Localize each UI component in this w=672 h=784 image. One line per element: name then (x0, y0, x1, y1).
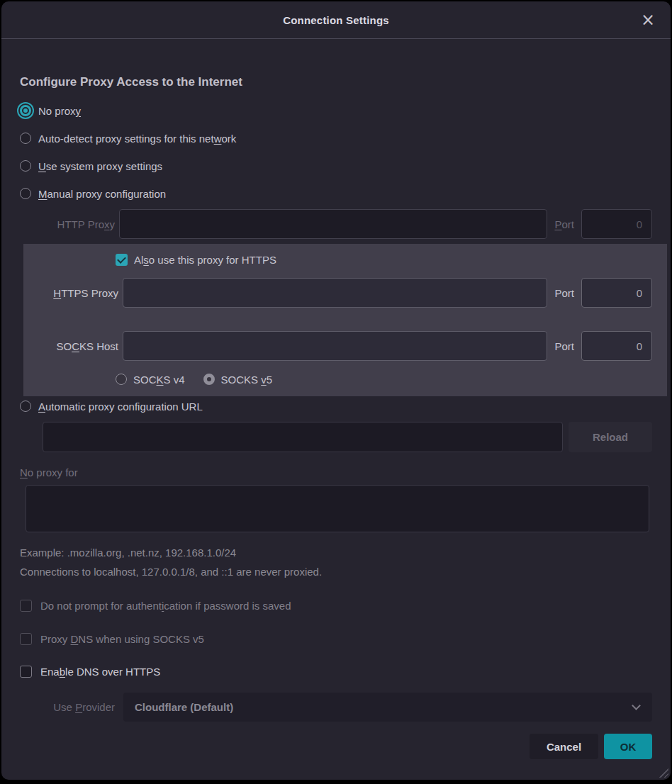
auto-url-row: Reload (43, 422, 652, 452)
chevron-down-icon (632, 701, 641, 710)
http-proxy-label: HTTP Proxy (20, 218, 115, 230)
socks-port-label: Port (554, 340, 574, 352)
also-https-checkbox-row[interactable]: Also use this proxy for HTTPS (116, 252, 652, 267)
manual-proxy-label: Manual proxy configuration (38, 188, 166, 200)
auto-url-input[interactable] (43, 422, 563, 452)
https-port-label: Port (554, 287, 574, 299)
http-proxy-row: HTTP Proxy Port (20, 209, 652, 239)
socks-v4-label: SOCKS v4 (133, 374, 185, 386)
https-proxy-input[interactable] (123, 278, 547, 308)
radio-option-socks-v4[interactable]: SOCKS v4 (116, 372, 185, 386)
checkbox-icon[interactable] (20, 633, 32, 645)
no-proxy-for-textarea[interactable] (26, 485, 649, 532)
localhost-note-text: Connections to localhost, 127.0.0.1/8, a… (20, 564, 652, 579)
http-port-label: Port (554, 218, 574, 230)
dialog-title: Connection Settings (283, 14, 389, 26)
auto-url-label: Automatic proxy configuration URL (38, 401, 203, 413)
http-port-input[interactable] (581, 209, 652, 239)
checkbox-option-no-prompt-auth[interactable]: Do not prompt for authentication if pass… (20, 598, 652, 612)
radio-option-system-proxy[interactable]: Use system proxy settings (20, 159, 652, 173)
radio-option-auto-url[interactable]: Automatic proxy configuration URL (20, 399, 652, 413)
radio-selected-icon[interactable] (203, 374, 215, 385)
auto-detect-label: Auto-detect proxy settings for this netw… (38, 133, 236, 145)
no-proxy-example-text: Example: .mozilla.org, .net.nz, 192.168.… (20, 545, 652, 560)
http-proxy-input[interactable] (119, 209, 547, 239)
dialog-body: Configure Proxy Access to the Internet N… (1, 74, 671, 759)
close-icon[interactable]: × (641, 11, 655, 28)
checkbox-option-dns-over-https[interactable]: Enable DNS over HTTPS (20, 664, 652, 678)
radio-icon[interactable] (20, 188, 31, 199)
page-title: Configure Proxy Access to the Internet (20, 74, 652, 90)
doh-provider-value: Cloudflare (Default) (135, 701, 233, 713)
radio-option-socks-v5[interactable]: SOCKS v5 (203, 372, 273, 386)
no-prompt-auth-label: Do not prompt for authentication if pass… (40, 600, 291, 612)
dialog-footer: Cancel OK (20, 734, 652, 759)
system-proxy-label: Use system proxy settings (38, 160, 162, 172)
checkbox-option-proxy-dns-socks5[interactable]: Proxy DNS when using SOCKS v5 (20, 632, 652, 646)
socks-host-label: SOCKS Host (23, 340, 118, 352)
https-port-input[interactable] (581, 278, 652, 308)
cancel-button[interactable]: Cancel (530, 734, 598, 759)
radio-icon[interactable] (20, 133, 31, 144)
https-proxy-row: HTTPS Proxy Port (23, 278, 652, 308)
radio-option-auto-detect[interactable]: Auto-detect proxy settings for this netw… (20, 131, 652, 145)
reload-button[interactable]: Reload (569, 422, 652, 452)
no-proxy-label: No proxy (38, 105, 81, 117)
dns-over-https-label: Enable DNS over HTTPS (40, 666, 160, 678)
no-proxy-for-label: No proxy for (20, 466, 652, 478)
socks-host-input[interactable] (123, 331, 547, 361)
radio-icon[interactable] (20, 401, 31, 412)
resize-grip-icon[interactable] (658, 767, 668, 778)
radio-option-manual-proxy[interactable]: Manual proxy configuration (20, 186, 652, 201)
radio-icon[interactable] (20, 105, 31, 116)
socks-port-input[interactable] (581, 331, 652, 361)
socks-version-row: SOCKS v4 SOCKS v5 (116, 372, 652, 386)
checkbox-icon[interactable] (20, 666, 32, 678)
proxy-dns-socks5-label: Proxy DNS when using SOCKS v5 (40, 633, 204, 645)
radio-icon[interactable] (116, 374, 127, 385)
ok-button[interactable]: OK (604, 734, 652, 759)
radio-icon[interactable] (20, 160, 31, 172)
checkbox-checked-icon[interactable] (116, 254, 128, 266)
checkbox-icon[interactable] (20, 600, 32, 612)
radio-option-no-proxy[interactable]: No proxy (20, 103, 652, 118)
doh-provider-row: Use Provider Cloudflare (Default) (20, 693, 652, 722)
https-proxy-label: HTTPS Proxy (23, 287, 118, 299)
doh-provider-select[interactable]: Cloudflare (Default) (123, 693, 652, 722)
manual-proxy-highlight-band: Also use this proxy for HTTPS HTTPS Prox… (23, 244, 667, 396)
dialog-titlebar: Connection Settings × (1, 1, 671, 39)
socks-host-row: SOCKS Host Port (23, 331, 652, 361)
socks-v5-label: SOCKS v5 (221, 374, 273, 386)
connection-settings-dialog: Connection Settings × Configure Proxy Ac… (1, 1, 671, 780)
reload-button-label: Reload (593, 431, 628, 443)
use-provider-label: Use Provider (20, 701, 115, 713)
also-https-label: Also use this proxy for HTTPS (134, 254, 276, 266)
